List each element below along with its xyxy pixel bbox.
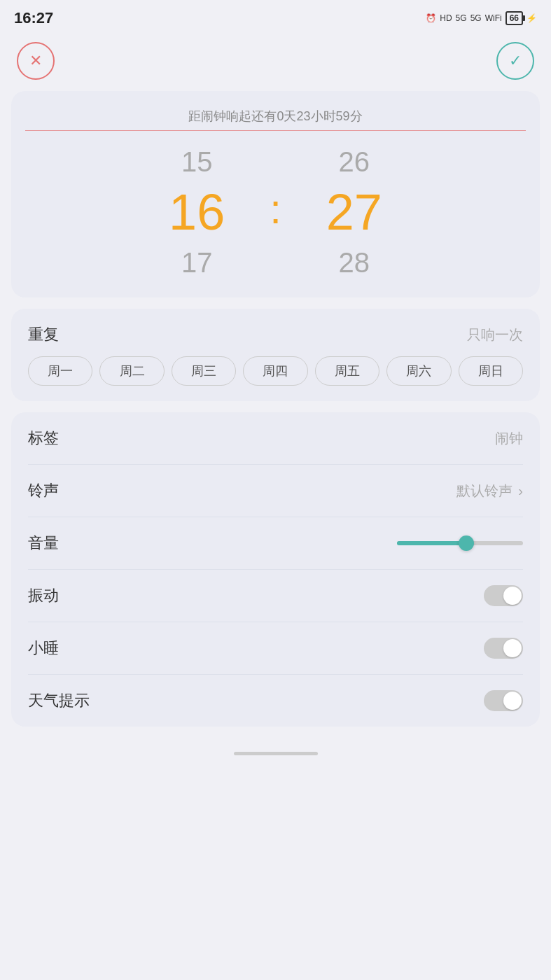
weekday-sat[interactable]: 周六	[386, 356, 451, 386]
vibration-text: 振动	[28, 585, 59, 606]
time-picker-card: 距闹钟响起还有0天23小时59分 15 16 17 : 26 27 28	[11, 91, 540, 298]
weekday-fri[interactable]: 周五	[315, 356, 379, 386]
repeat-value: 只响一次	[467, 326, 523, 344]
signal-5g-1: 5G	[456, 13, 467, 23]
ringtone-right: 默认铃声 ›	[456, 482, 523, 500]
cancel-button[interactable]: ✕	[17, 42, 55, 80]
weather-right[interactable]	[484, 690, 523, 711]
snooze-toggle-knob	[503, 639, 522, 657]
weekday-thu[interactable]: 周四	[243, 356, 307, 386]
charging-icon: ⚡	[526, 13, 537, 23]
volume-text: 音量	[28, 533, 59, 554]
signal-5g-2: 5G	[470, 13, 482, 23]
volume-row[interactable]: 音量	[28, 517, 523, 570]
hour-current: 16	[169, 187, 225, 237]
weather-toggle-knob	[503, 692, 522, 710]
hour-column[interactable]: 15 16 17	[127, 148, 267, 276]
snooze-row[interactable]: 小睡	[28, 622, 523, 675]
alarm-icon: ⏰	[426, 13, 436, 23]
label-text: 标签	[28, 428, 59, 449]
hour-next: 17	[181, 248, 213, 276]
label-row[interactable]: 标签 闹钟	[28, 412, 523, 465]
label-right: 闹钟	[495, 429, 523, 448]
weather-row[interactable]: 天气提示	[28, 675, 523, 727]
settings-card: 标签 闹钟 铃声 默认铃声 › 音量 振动 小睡	[11, 412, 540, 727]
volume-right[interactable]	[397, 541, 523, 545]
nav-bar: ✕ ✓	[0, 35, 551, 91]
countdown-text: 距闹钟响起还有0天23小时59分	[25, 108, 526, 125]
battery-indicator: 66	[505, 11, 523, 25]
volume-slider-track[interactable]	[397, 541, 523, 545]
repeat-card: 重复 只响一次 周一 周二 周三 周四 周五 周六 周日	[11, 309, 540, 401]
vibration-right[interactable]	[484, 585, 523, 606]
minute-current: 27	[326, 187, 382, 237]
confirm-button[interactable]: ✓	[496, 42, 534, 80]
minute-prev: 26	[339, 148, 370, 176]
weekday-mon[interactable]: 周一	[28, 356, 92, 386]
ringtone-value: 默认铃声	[456, 482, 512, 500]
hd-icon: HD	[440, 13, 452, 23]
wifi-icon: WiFi	[485, 13, 502, 23]
status-bar: 16:27 ⏰ HD 5G 5G WiFi 66 ⚡	[0, 0, 551, 35]
status-time: 16:27	[14, 9, 53, 27]
home-indicator	[234, 752, 318, 755]
status-icons: ⏰ HD 5G 5G WiFi 66 ⚡	[426, 11, 537, 25]
vibration-toggle-knob	[503, 587, 522, 605]
time-colon: :	[270, 185, 281, 240]
weather-text: 天气提示	[28, 690, 90, 711]
close-icon: ✕	[29, 53, 42, 69]
divider	[25, 130, 526, 131]
label-value: 闹钟	[495, 429, 523, 448]
check-icon: ✓	[509, 53, 522, 69]
volume-slider-fill	[397, 541, 466, 545]
repeat-label: 重复	[28, 324, 59, 345]
vibration-toggle[interactable]	[484, 585, 523, 606]
hour-prev: 15	[181, 148, 213, 176]
weekday-wed[interactable]: 周三	[172, 356, 236, 386]
minute-column[interactable]: 26 27 28	[284, 148, 424, 276]
snooze-right[interactable]	[484, 638, 523, 659]
repeat-row: 重复 只响一次	[28, 324, 523, 345]
ringtone-text: 铃声	[28, 480, 59, 501]
snooze-text: 小睡	[28, 638, 59, 659]
vibration-row[interactable]: 振动	[28, 570, 523, 622]
snooze-toggle[interactable]	[484, 638, 523, 659]
weekday-sun[interactable]: 周日	[459, 356, 523, 386]
time-picker[interactable]: 15 16 17 : 26 27 28	[25, 148, 526, 276]
minute-next: 28	[339, 248, 370, 276]
bottom-bar	[0, 738, 551, 762]
volume-slider-thumb[interactable]	[459, 536, 474, 551]
weather-toggle[interactable]	[484, 690, 523, 711]
chevron-right-icon: ›	[518, 483, 523, 499]
weekday-row: 周一 周二 周三 周四 周五 周六 周日	[28, 356, 523, 386]
ringtone-row[interactable]: 铃声 默认铃声 ›	[28, 465, 523, 517]
weekday-tue[interactable]: 周二	[99, 356, 164, 386]
